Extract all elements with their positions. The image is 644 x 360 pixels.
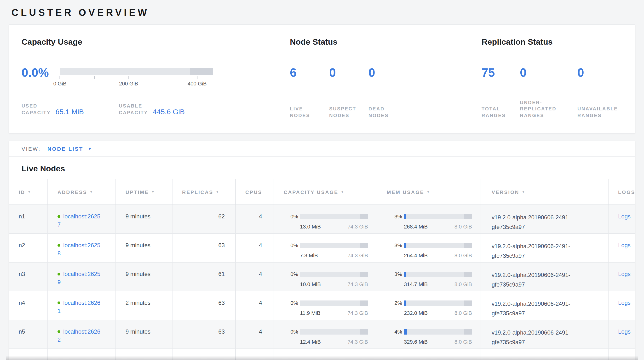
mem-bar-used-segment (404, 272, 406, 277)
view-dropdown[interactable]: NODE LIST ▼ (48, 146, 92, 152)
logs-link[interactable]: Logs (618, 271, 630, 277)
address-link[interactable]: localhost:26261 (58, 299, 100, 314)
mem-max-value: 8.0 GiB (454, 252, 472, 260)
column-header-mem-usage[interactable]: MEM USAGE ▼ (377, 179, 481, 205)
mem-usage-cell: 3% 314.7 MiB 8.0 GiB (377, 263, 481, 291)
unavailable-ranges-value: 0 (578, 65, 636, 80)
mem-bar-reserved-segment (464, 214, 472, 219)
dead-nodes-stat: 0 DEAD NODES (368, 65, 421, 119)
mem-bar-reserved-segment (464, 300, 472, 306)
version-cell: v19.2.0-alpha.20190606-2491-gfe735c9a97 (481, 234, 608, 262)
mem-percent: 3% (384, 270, 404, 278)
replicas-cell: 62 (172, 205, 236, 233)
version-text: v19.2.0-alpha.20190606-2491-gfe735c9a97 (492, 213, 600, 232)
cpus-cell: 4 (236, 291, 274, 320)
capacity-max-value: 74.3 GiB (348, 338, 368, 346)
capacity-bar-reserved-segment (360, 272, 368, 277)
uptime-cell: 9 minutes (116, 205, 172, 233)
capacity-usage-cell: 0% 12.4 MiB 74.3 GiB (274, 320, 377, 348)
live-nodes-label: LIVE NODES (290, 106, 329, 119)
cpus-cell: 4 (236, 234, 274, 262)
mem-bar-reserved-segment (464, 329, 472, 334)
under-replicated-ranges-value: 0 (520, 65, 578, 80)
mem-bar-used-segment (404, 329, 407, 334)
live-status-dot-icon (58, 301, 60, 304)
mem-usage-bar (404, 329, 472, 334)
mem-percent: 2% (384, 299, 404, 307)
capacity-bar-reserved-segment (190, 68, 213, 75)
capacity-max-value: 74.3 GiB (348, 223, 368, 231)
unavailable-ranges-label: UNAVAILABLE RANGES (578, 106, 636, 119)
total-ranges-label: TOTAL RANGES (482, 106, 520, 119)
address-cell: localhost:26262 (48, 320, 116, 348)
logs-link[interactable]: Logs (618, 242, 630, 249)
mem-bar-used-segment (404, 300, 406, 306)
address-link[interactable]: localhost:26259 (58, 271, 100, 286)
logs-link[interactable]: Logs (618, 213, 630, 220)
axis-tick-line (94, 76, 94, 79)
column-header-capacity-usage[interactable]: CAPACITY USAGE ▼ (274, 179, 377, 205)
capacity-used-value: 11.9 MiB (300, 309, 320, 317)
address-link[interactable]: localhost:26258 (58, 242, 100, 257)
sort-desc-icon: ▼ (151, 190, 155, 194)
address-cell: localhost:26261 (48, 291, 116, 320)
logs-link[interactable]: Logs (618, 328, 630, 335)
address-cell: localhost:26259 (48, 263, 116, 291)
column-header-id[interactable]: ID ▼ (9, 179, 48, 205)
capacity-used-value: 13.0 MiB (300, 223, 321, 231)
column-header-uptime[interactable]: UPTIME ▼ (116, 179, 172, 205)
unavailable-ranges-stat: 0 UNAVAILABLE RANGES (578, 65, 636, 119)
replicas-cell: 63 (172, 234, 236, 262)
capacity-max-value: 74.3 GiB (348, 252, 368, 260)
table-row: n2 localhost:26258 9 minutes 63 4 0% (9, 234, 635, 263)
live-status-dot-icon (58, 215, 60, 218)
replicas-cell: 63 (172, 320, 236, 348)
sort-desc-icon: ▼ (522, 190, 526, 194)
address-cell: localhost:26257 (48, 205, 116, 233)
address-link[interactable]: localhost:26262 (58, 328, 100, 343)
logs-cell: Logs (608, 263, 641, 291)
capacity-bar-chart: 0 GiB 200 GiB (60, 65, 213, 88)
mem-percent: 4% (384, 328, 404, 336)
mem-used-value: 329.6 MiB (404, 338, 428, 346)
cluster-overview-page: CLUSTER OVERVIEW Capacity Usage 0.0% (0, 0, 644, 360)
version-text: v19.2.0-alpha.20190606-2491-gfe735c9a97 (492, 328, 600, 347)
logs-cell: Logs (608, 234, 641, 262)
version-text: v19.2.0-alpha.20190606-2491-gfe735c9a97 (492, 270, 600, 289)
summary-card: Capacity Usage 0.0% 0 GiB (8, 25, 636, 133)
mem-bar-used-segment (404, 243, 406, 248)
table-row: n1 localhost:26257 9 minutes 62 4 0% (9, 205, 635, 234)
node-id-cell: n1 (9, 205, 48, 233)
axis-tick: 400 GiB (188, 76, 207, 86)
axis-tick: 0 GiB (53, 76, 66, 86)
uptime-cell: 9 minutes (116, 320, 172, 348)
column-header-version[interactable]: VERSION ▼ (481, 179, 608, 205)
address-link[interactable]: localhost:26257 (58, 213, 100, 228)
table-header-row: ID ▼ ADDRESS ▼ UPTIME ▼ REPLICAS ▼ CPUS (9, 179, 635, 205)
axis-tick (94, 76, 94, 81)
bottom-scroll-shadow (6, 356, 638, 360)
logs-cell: Logs (608, 320, 641, 348)
axis-tick-line (197, 76, 198, 79)
capacity-usage-bar (300, 272, 368, 277)
replication-status-section: Replication Status 75 TOTAL RANGES 0 UND… (482, 38, 636, 133)
table-row: n5 localhost:26262 9 minutes 63 4 0% (9, 320, 635, 349)
capacity-used-value: 10.0 MiB (300, 280, 321, 288)
logs-link[interactable]: Logs (618, 299, 630, 306)
column-header-address[interactable]: ADDRESS ▼ (48, 179, 116, 205)
live-nodes-heading: Live Nodes (9, 157, 635, 179)
used-capacity-stat: USED CAPACITY 65.1 MiB (22, 103, 119, 116)
mem-usage-bar (404, 272, 472, 277)
capacity-usage-cell: 0% 11.9 MiB 74.3 GiB (274, 291, 377, 320)
axis-tick-label: 0 GiB (53, 81, 66, 86)
mem-max-value: 8.0 GiB (454, 338, 472, 346)
suspect-nodes-label: SUSPECT NODES (329, 106, 368, 119)
column-header-replicas[interactable]: REPLICAS ▼ (172, 179, 236, 205)
mem-usage-cell: 3% 268.4 MiB 8.0 GiB (377, 205, 481, 233)
axis-tick (163, 76, 163, 81)
address-cell: localhost:26258 (48, 234, 116, 262)
cpus-cell: 4 (236, 263, 274, 291)
capacity-bar-reserved-segment (360, 214, 368, 219)
node-list-card: VIEW: NODE LIST ▼ Live Nodes ID ▼ ADDRES… (8, 141, 636, 360)
chevron-down-icon: ▼ (88, 147, 92, 151)
